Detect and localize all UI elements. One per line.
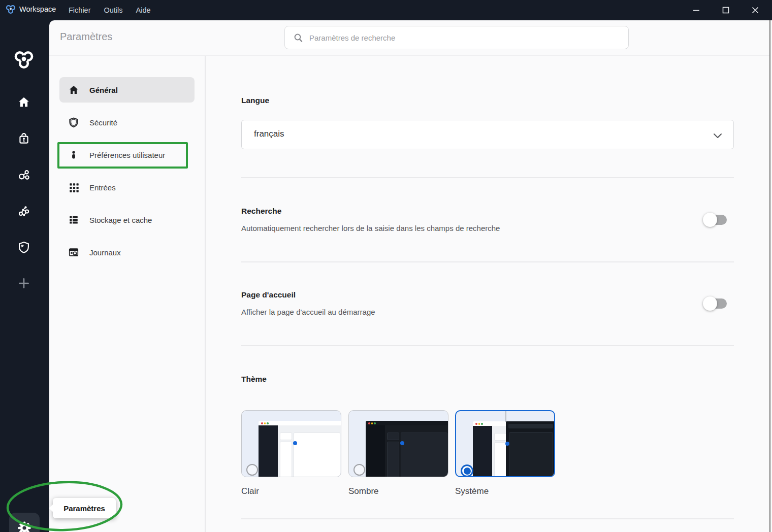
search-setting-description: Automatiquement rechercher lors de la sa… xyxy=(241,224,500,232)
search-toggle[interactable] xyxy=(704,215,727,225)
nav-item-label: Préférences utilisateur xyxy=(89,151,165,159)
activity-bar xyxy=(0,20,49,532)
theme-preview-split-line xyxy=(505,411,506,422)
app-logo-icon xyxy=(5,4,17,16)
sidebar-item-home[interactable] xyxy=(17,95,31,109)
divider xyxy=(241,177,734,178)
theme-radio-clair[interactable] xyxy=(246,464,258,476)
search-setting-heading: Recherche xyxy=(241,207,281,216)
nav-item-securite[interactable]: Sécurité xyxy=(59,110,195,135)
vault-lock-icon xyxy=(17,132,30,145)
sidebar-item-vault[interactable] xyxy=(17,131,31,146)
app-title: Workspace xyxy=(19,5,56,13)
workspace-logo-icon xyxy=(12,49,36,74)
theme-label-systeme: Système xyxy=(455,486,489,496)
divider xyxy=(241,261,734,262)
user-icon xyxy=(68,149,79,160)
search-input[interactable] xyxy=(309,26,623,49)
minimize-icon xyxy=(692,6,700,14)
theme-option-systeme[interactable] xyxy=(455,410,555,477)
toggle-knob xyxy=(703,213,717,227)
minimize-button[interactable] xyxy=(689,3,703,17)
nav-item-label: Sécurité xyxy=(89,118,117,127)
nav-item-journaux[interactable]: Journaux xyxy=(59,240,195,265)
language-select[interactable]: français xyxy=(241,120,734,149)
logs-icon xyxy=(68,247,79,258)
divider xyxy=(241,345,734,346)
theme-radio-systeme[interactable] xyxy=(461,464,473,477)
theme-preview-light xyxy=(259,421,341,477)
menu-fichier[interactable]: Fichier xyxy=(69,6,91,14)
menu-bar: Fichier Outils Aide xyxy=(69,0,151,20)
menu-outils[interactable]: Outils xyxy=(104,6,123,14)
theme-option-clair[interactable] xyxy=(241,410,341,477)
toggle-knob xyxy=(703,296,717,311)
search-icon xyxy=(294,33,303,43)
settings-nav: Général Sécurité Préférences utilisateur xyxy=(49,56,206,532)
settings-content: Langue français Recherche Automatiquemen… xyxy=(206,56,772,532)
sidebar-item-share[interactable] xyxy=(17,168,31,182)
share-network-icon xyxy=(17,168,30,181)
nav-item-label: Journaux xyxy=(89,248,121,257)
nav-item-entrees[interactable]: Entrées xyxy=(59,175,195,200)
theme-option-sombre[interactable] xyxy=(348,410,448,477)
home-icon xyxy=(68,84,79,95)
tooltip-text: Paramètres xyxy=(63,504,105,513)
close-icon xyxy=(751,6,759,14)
settings-header: Paramètres xyxy=(49,20,772,56)
theme-radio-sombre[interactable] xyxy=(353,464,365,476)
theme-label-sombre: Sombre xyxy=(348,486,379,496)
homepage-heading: Page d'accueil xyxy=(241,290,296,300)
theme-heading: Thème xyxy=(241,375,267,384)
settings-button[interactable] xyxy=(9,513,40,532)
theme-preview-dark xyxy=(366,421,448,477)
nav-item-general[interactable]: Général xyxy=(59,77,195,103)
nav-item-label: Entrées xyxy=(89,183,116,192)
theme-label-clair: Clair xyxy=(241,486,259,496)
nav-item-stockage-et-cache[interactable]: Stockage et cache xyxy=(59,207,195,232)
chevron-down-icon xyxy=(713,133,722,139)
sidebar-item-security[interactable] xyxy=(17,240,31,254)
theme-preview-system xyxy=(473,421,555,477)
shield-icon xyxy=(68,117,79,128)
sidebar-item-connections[interactable] xyxy=(17,204,31,218)
home-icon xyxy=(17,95,30,109)
window-controls xyxy=(689,0,762,20)
storage-icon xyxy=(68,214,79,225)
settings-search[interactable] xyxy=(284,26,629,49)
homepage-description: Afficher la page d'accueil au démarrage xyxy=(241,308,375,316)
page-title: Paramètres xyxy=(60,31,112,43)
shield-icon xyxy=(17,241,30,254)
close-button[interactable] xyxy=(748,3,762,17)
menu-aide[interactable]: Aide xyxy=(136,6,151,14)
molecule-graph-icon xyxy=(17,204,30,217)
maximize-button[interactable] xyxy=(719,3,733,17)
plus-icon xyxy=(17,277,30,290)
title-bar: Workspace Fichier Outils Aide xyxy=(0,0,772,20)
grid-icon xyxy=(68,182,79,193)
settings-tooltip: Paramètres xyxy=(53,498,116,518)
settings-panel: Paramètres Général xyxy=(49,20,772,532)
language-heading: Langue xyxy=(241,96,269,105)
divider xyxy=(241,518,734,519)
sidebar-item-add[interactable] xyxy=(17,276,31,290)
nav-item-label: Stockage et cache xyxy=(89,216,152,224)
nav-item-preferences-utilisateur[interactable]: Préférences utilisateur xyxy=(59,142,195,168)
gear-icon xyxy=(16,520,33,532)
homepage-toggle[interactable] xyxy=(704,298,727,309)
language-selected-value: français xyxy=(254,129,284,139)
app-window: Workspace Fichier Outils Aide xyxy=(0,0,772,532)
nav-item-label: Général xyxy=(89,86,118,94)
maximize-icon xyxy=(722,6,730,14)
